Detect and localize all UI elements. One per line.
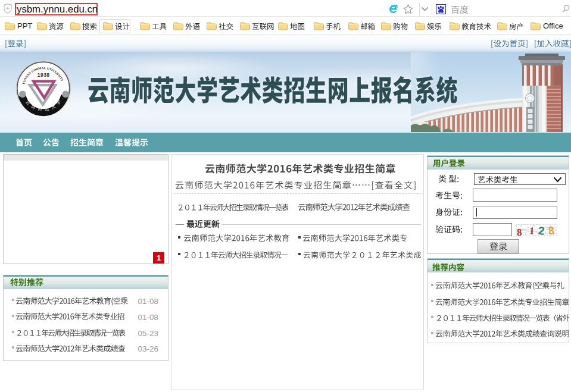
svg-text:8: 8: [516, 227, 522, 236]
svg-text:8: 8: [548, 225, 555, 236]
svg-text:2: 2: [538, 224, 545, 236]
svg-text:1938: 1938: [38, 72, 50, 78]
svg-text:1: 1: [529, 225, 535, 236]
